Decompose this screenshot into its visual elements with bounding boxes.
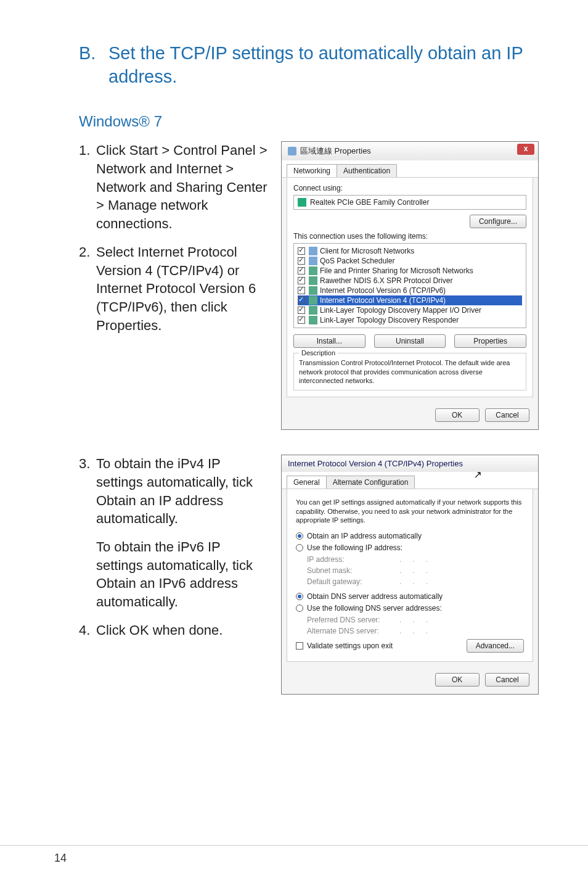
ok-button[interactable]: OK: [435, 408, 480, 422]
ok-button[interactable]: OK: [435, 673, 480, 687]
checkbox[interactable]: [298, 307, 305, 314]
uninstall-button[interactable]: Uninstall: [374, 334, 446, 348]
tab-general[interactable]: General: [287, 476, 327, 489]
subheading: Windows® 7: [79, 113, 539, 130]
alt-dns-label: Alternate DNS server:: [307, 627, 399, 635]
protocol-icon: [309, 296, 317, 305]
cursor-icon: [474, 469, 482, 481]
radio-use-ip[interactable]: [296, 544, 303, 551]
checkbox[interactable]: [298, 297, 305, 304]
configure-button[interactable]: Configure...: [470, 215, 526, 228]
protocol-icon: [309, 306, 317, 315]
ip-field: ...: [399, 555, 439, 564]
page-footer: 14: [0, 845, 588, 865]
adapter-field: Realtek PCIe GBE Family Controller: [293, 195, 526, 210]
checkbox[interactable]: [298, 267, 305, 274]
step-text: Click OK when done.: [96, 621, 270, 640]
adapter-name: Realtek PCIe GBE Family Controller: [310, 198, 429, 207]
list-item[interactable]: Client for Microsoft Networks: [320, 247, 414, 255]
checkbox[interactable]: [298, 316, 305, 324]
checkbox[interactable]: [298, 247, 305, 255]
pref-dns-field: ...: [399, 616, 439, 624]
checkbox[interactable]: [298, 257, 305, 265]
mask-label: Subnet mask:: [307, 566, 399, 575]
section-title-text: Set the TCP/IP settings to automatically…: [108, 42, 539, 88]
window-icon: [288, 147, 296, 155]
share-icon: [309, 266, 317, 275]
checkbox[interactable]: [298, 277, 305, 284]
radio-auto-ip-label: Obtain an IP address automatically: [307, 532, 422, 540]
description-text: Transmission Control Protocol/Internet P…: [299, 359, 510, 384]
ipv4-properties-dialog: ? x Internet Protocol Version 4 (TCP/IPv…: [281, 455, 539, 695]
radio-auto-dns[interactable]: [296, 593, 303, 600]
list-item[interactable]: Link-Layer Topology Discovery Mapper I/O…: [320, 306, 481, 315]
qos-icon: [309, 257, 317, 265]
close-icon[interactable]: x: [517, 144, 534, 155]
list-item[interactable]: Rawether NDIS 6.X SPR Protocol Driver: [320, 276, 452, 285]
page-number: 14: [54, 852, 67, 864]
mask-field: ...: [399, 566, 439, 575]
radio-use-dns-label: Use the following DNS server addresses:: [307, 604, 442, 613]
step-text: To obtain the iPv4 IP settings automatic…: [96, 456, 253, 526]
dialog-title: Internet Protocol Version 4 (TCP/IPv4) P…: [288, 459, 463, 468]
section-letter: B.: [79, 42, 108, 88]
radio-use-ip-label: Use the following IP address:: [307, 543, 402, 552]
step-text: Click Start > Control Panel > Network an…: [96, 141, 270, 233]
gw-field: ...: [399, 577, 439, 586]
steps-list-b: 3. To obtain the iPv4 IP settings automa…: [79, 455, 270, 639]
gw-label: Default gateway:: [307, 577, 399, 586]
uses-label: This connection uses the following items…: [293, 232, 526, 241]
ip-label: IP address:: [307, 555, 399, 564]
description-legend: Description: [299, 349, 338, 357]
step-number: 3.: [79, 455, 96, 611]
protocol-icon: [309, 286, 317, 295]
radio-auto-ip[interactable]: [296, 532, 303, 540]
connect-using-label: Connect using:: [293, 184, 526, 192]
cancel-button[interactable]: Cancel: [485, 673, 529, 687]
step-1: 1. Click Start > Control Panel > Network…: [79, 141, 270, 233]
dialog-title: 區域連線 Properties: [300, 146, 371, 157]
list-item-selected[interactable]: Internet Protocol Version 4 (TCP/IPv4): [320, 296, 446, 305]
client-icon: [309, 247, 317, 255]
alt-dns-field: ...: [399, 627, 439, 635]
advanced-button[interactable]: Advanced...: [467, 639, 524, 653]
nic-icon: [298, 198, 306, 207]
protocol-icon: [309, 316, 317, 324]
checkbox[interactable]: [298, 287, 305, 294]
step-4: 4. Click OK when done.: [79, 621, 270, 640]
list-item[interactable]: Internet Protocol Version 6 (TCP/IPv6): [320, 286, 446, 295]
step-2: 2. Select Internet Protocol Version 4 (T…: [79, 243, 270, 334]
description-box: Description Transmission Control Protoco…: [293, 353, 526, 390]
protocol-icon: [309, 276, 317, 285]
info-text: You can get IP settings assigned automat…: [296, 498, 524, 524]
steps-list-a: 1. Click Start > Control Panel > Network…: [79, 141, 270, 334]
tab-alternate[interactable]: Alternate Configuration: [326, 476, 415, 489]
step-text: Select Internet Protocol Version 4 (TCP/…: [96, 243, 270, 334]
nic-properties-dialog: x 區域連線 Properties Networking Authenticat…: [281, 141, 539, 430]
items-listbox[interactable]: Client for Microsoft Networks QoS Packet…: [293, 243, 526, 328]
section-heading: B. Set the TCP/IP settings to automatica…: [79, 42, 539, 88]
radio-auto-dns-label: Obtain DNS server address automatically: [307, 592, 443, 601]
step-paragraph: To obtain the iPv6 IP settings automatic…: [96, 538, 270, 611]
cancel-button[interactable]: Cancel: [485, 408, 529, 422]
validate-label: Validate settings upon exit: [307, 642, 393, 650]
tab-authentication[interactable]: Authentication: [337, 164, 397, 177]
list-item[interactable]: File and Printer Sharing for Microsoft N…: [320, 266, 473, 275]
step-number: 1.: [79, 141, 96, 233]
install-button[interactable]: Install...: [293, 334, 365, 348]
validate-checkbox[interactable]: [296, 642, 303, 650]
radio-use-dns[interactable]: [296, 604, 303, 612]
step-number: 4.: [79, 621, 96, 640]
dialog-titlebar: 區域連線 Properties: [282, 142, 538, 160]
list-item[interactable]: Link-Layer Topology Discovery Responder: [320, 316, 459, 324]
pref-dns-label: Preferred DNS server:: [307, 616, 399, 624]
list-item[interactable]: QoS Packet Scheduler: [320, 257, 394, 265]
step-3: 3. To obtain the iPv4 IP settings automa…: [79, 455, 270, 611]
step-number: 2.: [79, 243, 96, 334]
properties-button[interactable]: Properties: [454, 334, 526, 348]
dialog-titlebar: Internet Protocol Version 4 (TCP/IPv4) P…: [282, 455, 538, 472]
tab-networking[interactable]: Networking: [287, 164, 337, 177]
